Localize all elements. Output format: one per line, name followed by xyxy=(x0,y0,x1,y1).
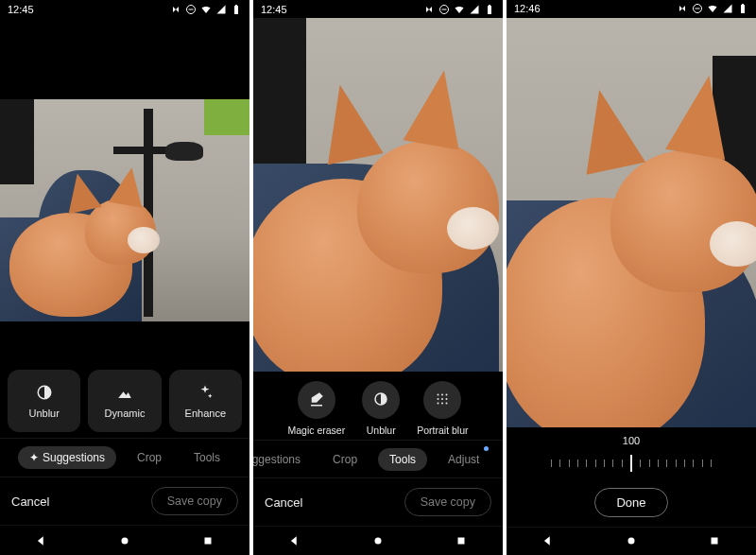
indicator-dot xyxy=(484,446,489,451)
cast-icon xyxy=(677,3,688,14)
svg-point-18 xyxy=(438,403,439,405)
status-bar: 12:45 xyxy=(253,0,503,18)
tab-filters[interactable]: Filters xyxy=(500,448,503,471)
recents-icon[interactable] xyxy=(198,530,218,551)
home-icon[interactable] xyxy=(114,530,135,551)
svg-rect-9 xyxy=(488,6,491,14)
tab-suggestions[interactable]: Suggestions xyxy=(253,448,312,471)
svg-rect-2 xyxy=(234,6,238,14)
editor-tabs: ✦Suggestions Crop Tools xyxy=(0,438,249,477)
svg-point-20 xyxy=(446,403,448,405)
status-time: 12:45 xyxy=(261,4,287,15)
dnd-icon xyxy=(185,4,197,15)
tab-label: Crop xyxy=(137,451,162,464)
svg-rect-8 xyxy=(442,9,447,9)
home-icon[interactable] xyxy=(621,530,642,551)
cancel-button[interactable]: Cancel xyxy=(265,495,302,510)
done-row: Done xyxy=(507,478,756,527)
unblur-icon xyxy=(372,390,389,409)
tab-tools[interactable]: Tools xyxy=(182,446,232,469)
status-icons xyxy=(170,4,242,15)
photo-preview[interactable] xyxy=(0,99,249,321)
dnd-icon xyxy=(438,4,450,15)
chip-label: Dynamic xyxy=(105,408,146,419)
home-icon[interactable] xyxy=(368,530,388,551)
tab-tools[interactable]: Tools xyxy=(378,448,427,471)
tab-label: Suggestions xyxy=(253,453,301,466)
photo-preview[interactable] xyxy=(507,18,756,427)
unblur-icon xyxy=(35,383,54,402)
status-icons xyxy=(423,4,495,15)
dnd-icon xyxy=(692,3,703,14)
save-copy-button[interactable]: Save copy xyxy=(151,487,238,515)
svg-rect-24 xyxy=(696,9,700,9)
tab-suggestions[interactable]: ✦Suggestions xyxy=(18,446,116,469)
strength-value: 100 xyxy=(623,435,640,446)
sparkle-icon: ✦ xyxy=(29,451,39,464)
signal-icon xyxy=(215,4,227,15)
recents-icon[interactable] xyxy=(451,530,472,551)
svg-point-17 xyxy=(446,398,448,400)
chip-label: Unblur xyxy=(28,408,59,419)
svg-rect-1 xyxy=(189,9,194,10)
wifi-icon xyxy=(707,3,718,14)
tool-label: Unblur xyxy=(367,425,396,436)
svg-point-16 xyxy=(441,398,443,400)
tab-crop[interactable]: Crop xyxy=(126,446,173,469)
enhance-icon xyxy=(196,383,215,402)
android-nav xyxy=(253,526,503,555)
editor-tabs: Suggestions Crop Tools Adjust Filters xyxy=(253,440,503,478)
cast-icon xyxy=(170,4,181,15)
status-time: 12:45 xyxy=(8,4,34,15)
suggestion-chips: Unblur Dynamic Enhance xyxy=(0,362,249,438)
svg-point-12 xyxy=(438,394,439,396)
action-bar: Cancel Save copy xyxy=(253,478,503,526)
screen-suggestions: 12:45 xyxy=(0,0,249,555)
wifi-icon xyxy=(454,4,465,15)
svg-point-27 xyxy=(628,538,635,545)
signal-icon xyxy=(722,3,733,14)
tab-label: Tools xyxy=(389,453,416,466)
status-bar: 12:46 xyxy=(507,0,756,18)
tab-label: Crop xyxy=(333,453,357,466)
battery-icon xyxy=(737,3,748,14)
svg-point-5 xyxy=(122,537,129,544)
tools-row: Magic eraser Unblur Portrait blur xyxy=(253,372,503,440)
strength-panel: 100 xyxy=(507,427,756,478)
status-icons xyxy=(677,3,748,14)
tab-label: Tools xyxy=(194,451,220,464)
battery-icon xyxy=(231,4,242,15)
svg-rect-26 xyxy=(742,4,744,5)
tool-magic-eraser[interactable]: Magic eraser xyxy=(288,381,346,436)
save-copy-button[interactable]: Save copy xyxy=(404,488,491,516)
back-icon[interactable] xyxy=(538,530,558,551)
photo-preview[interactable] xyxy=(253,18,503,372)
chip-dynamic[interactable]: Dynamic xyxy=(88,370,161,432)
tool-label: Magic eraser xyxy=(288,425,346,436)
tab-adjust[interactable]: Adjust xyxy=(437,448,490,471)
signal-icon xyxy=(469,4,480,15)
cast-icon xyxy=(423,4,435,15)
screen-tools: 12:45 xyxy=(253,0,503,555)
back-icon[interactable] xyxy=(284,530,305,551)
chip-unblur[interactable]: Unblur xyxy=(8,370,80,432)
slider-thumb[interactable] xyxy=(630,455,632,472)
tool-portrait-blur[interactable]: Portrait blur xyxy=(417,381,468,436)
eraser-icon xyxy=(308,390,325,409)
recents-icon[interactable] xyxy=(704,530,725,551)
android-nav xyxy=(507,527,756,555)
android-nav xyxy=(0,525,249,555)
svg-point-13 xyxy=(441,394,443,396)
chip-enhance[interactable]: Enhance xyxy=(169,370,242,432)
done-button[interactable]: Done xyxy=(594,488,667,517)
battery-icon xyxy=(484,4,495,15)
status-time: 12:46 xyxy=(514,3,541,14)
svg-rect-10 xyxy=(489,5,490,6)
tool-unblur[interactable]: Unblur xyxy=(362,381,400,436)
strength-slider[interactable] xyxy=(551,452,712,475)
back-icon[interactable] xyxy=(31,530,52,551)
tool-label: Portrait blur xyxy=(417,425,468,436)
action-bar: Cancel Save copy xyxy=(0,477,249,525)
tab-crop[interactable]: Crop xyxy=(321,448,369,471)
cancel-button[interactable]: Cancel xyxy=(11,494,49,509)
